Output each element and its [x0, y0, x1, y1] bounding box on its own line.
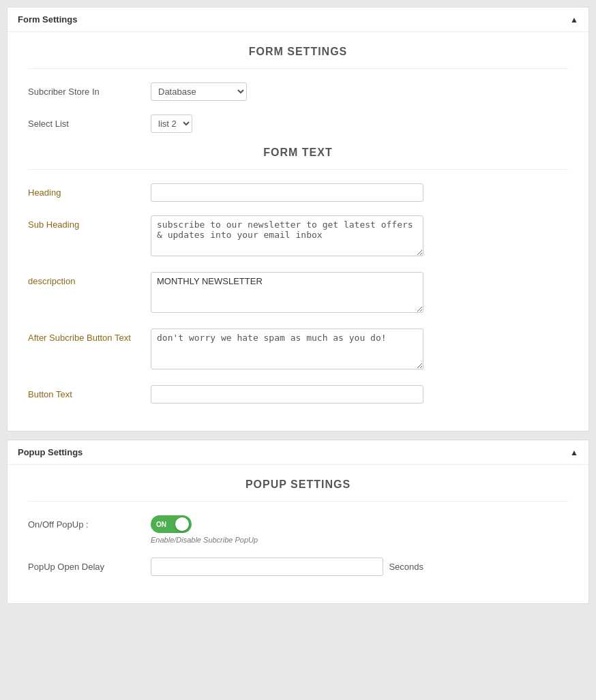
- delay-input-row: 2 Seconds: [151, 558, 423, 576]
- heading-control: Subscribe: [151, 183, 423, 202]
- form-settings-body: FORM SETTINGS Subcriber Store In Databas…: [8, 32, 588, 431]
- subscriber-store-select[interactable]: Database Mailchimp Campaign Monitor: [151, 82, 247, 101]
- form-text-divider: [28, 169, 568, 170]
- popup-settings-divider: [28, 501, 568, 502]
- subscriber-store-label: Subcriber Store In: [28, 82, 151, 97]
- sub-heading-textarea[interactable]: subscribe to our newsletter to get lates…: [151, 215, 423, 256]
- description-row: descripction <span class="monthly-part">…: [28, 272, 568, 315]
- subscriber-store-control: Database Mailchimp Campaign Monitor: [151, 82, 423, 101]
- heading-label: Heading: [28, 183, 151, 198]
- heading-row: Heading Subscribe: [28, 183, 568, 202]
- button-text-input[interactable]: Subscribefsdf: [151, 385, 423, 404]
- form-settings-panel: Form Settings ▲ FORM SETTINGS Subcriber …: [7, 7, 589, 431]
- sub-heading-control: subscribe to our newsletter to get lates…: [151, 215, 423, 258]
- button-text-label: Button Text: [28, 385, 151, 399]
- after-subscribe-control: don't worry we hate spam as much as you …: [151, 329, 423, 371]
- popup-settings-header[interactable]: Popup Settings ▲: [8, 440, 588, 465]
- popup-delay-control: 2 Seconds: [151, 558, 423, 576]
- form-settings-title: Form Settings: [18, 14, 77, 25]
- on-off-popup-row: On/Off PopUp : ON Enable/Disable Subcrib…: [28, 515, 568, 544]
- after-subscribe-row: After Subcribe Button Text don't worry w…: [28, 329, 568, 371]
- popup-delay-label: PopUp Open Delay: [28, 558, 151, 572]
- on-off-popup-label: On/Off PopUp :: [28, 515, 151, 530]
- select-list-select[interactable]: list 1 list 2 list 3: [151, 115, 192, 133]
- form-text-section-title: FORM TEXT: [28, 147, 568, 159]
- toggle-wrapper: ON Enable/Disable Subcribe PopUp: [151, 515, 423, 544]
- description-label: descripction: [28, 272, 151, 286]
- after-subscribe-label: After Subcribe Button Text: [28, 329, 151, 343]
- subscriber-store-row: Subcriber Store In Database Mailchimp Ca…: [28, 82, 568, 101]
- form-settings-section-title: FORM SETTINGS: [28, 46, 568, 58]
- popup-delay-input[interactable]: 2: [151, 558, 383, 576]
- select-list-row: Select List list 1 list 2 list 3: [28, 115, 568, 133]
- form-settings-divider: [28, 68, 568, 69]
- description-textarea[interactable]: <span class="monthly-part">MONTHLY</span…: [151, 272, 423, 313]
- sub-heading-row: Sub Heading subscribe to our newsletter …: [28, 215, 568, 258]
- form-settings-header[interactable]: Form Settings ▲: [8, 7, 588, 32]
- button-text-row: Button Text Subscribefsdf: [28, 385, 568, 404]
- toggle-on-label: ON: [156, 521, 166, 528]
- select-list-label: Select List: [28, 115, 151, 129]
- popup-settings-section-title: POPUP SETTINGS: [28, 478, 568, 491]
- select-list-control: list 1 list 2 list 3: [151, 115, 423, 133]
- popup-delay-row: PopUp Open Delay 2 Seconds: [28, 558, 568, 576]
- sub-heading-label: Sub Heading: [28, 215, 151, 230]
- after-subscribe-textarea[interactable]: don't worry we hate spam as much as you …: [151, 329, 423, 369]
- button-text-control: Subscribefsdf: [151, 385, 423, 404]
- popup-toggle[interactable]: ON: [151, 515, 192, 533]
- seconds-label: Seconds: [389, 558, 423, 572]
- popup-settings-panel: Popup Settings ▲ POPUP SETTINGS On/Off P…: [7, 440, 589, 604]
- popup-settings-title: Popup Settings: [18, 447, 83, 457]
- popup-settings-arrow: ▲: [570, 448, 578, 457]
- description-control: <span class="monthly-part">MONTHLY</span…: [151, 272, 423, 315]
- heading-input[interactable]: Subscribe: [151, 183, 423, 202]
- form-settings-arrow: ▲: [570, 15, 578, 25]
- popup-settings-body: POPUP SETTINGS On/Off PopUp : ON Enable/…: [8, 465, 588, 603]
- toggle-hint: Enable/Disable Subcribe PopUp: [151, 536, 423, 544]
